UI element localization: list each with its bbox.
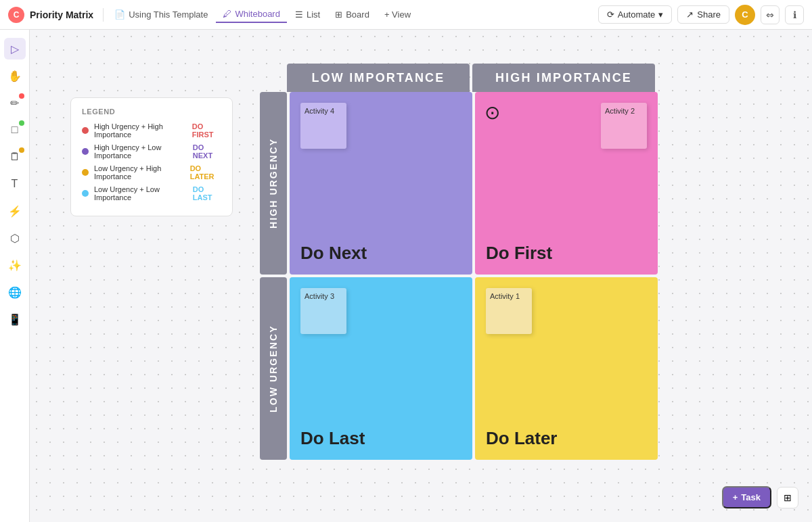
activity-1-sticky[interactable]: Activity 1 <box>486 288 532 334</box>
fit-screen-icon: ⇔ <box>766 9 774 20</box>
col-header-low-importance: LOW IMPORTANCE <box>287 64 470 92</box>
do-last-label: Do Last <box>300 428 365 449</box>
fit-screen-button[interactable]: ⇔ <box>761 5 780 24</box>
tool-cursor[interactable]: ▷ <box>4 38 26 60</box>
legend-panel: LEGEND High Urgency + High Importance DO… <box>70 97 233 216</box>
legend-label-3: Low Urgency + Low Importance <box>94 185 186 201</box>
toolbar-sidebar: ▷ ✋ ✏ □ 🗒 T ⚡ ⬡ ✨ 🌐 <box>0 30 30 522</box>
legend-item-1: High Urgency + Low Importance DO NEXT <box>82 143 221 160</box>
header-right: ⟳ Automate ▾ ↗ Share C ⇔ ℹ <box>598 5 804 25</box>
cursor-icon: ▷ <box>11 43 19 55</box>
legend-title: LEGEND <box>82 108 221 116</box>
tool-shape[interactable]: □ <box>4 119 26 141</box>
info-button[interactable]: ℹ <box>785 5 804 24</box>
do-later-label: Do Later <box>486 428 557 449</box>
tool-magic[interactable]: ✨ <box>4 254 26 276</box>
priority-matrix: LOW IMPORTANCE HIGH IMPORTANCE HIGH URGE… <box>260 64 693 460</box>
page-title: Priority Matrix <box>30 9 93 20</box>
plus-icon: + <box>733 492 738 502</box>
share-icon: ↗ <box>686 9 694 20</box>
header-divider <box>103 8 104 22</box>
row-high-urgency: HIGH URGENCY Activity 4 Do Next ⊙ Activi… <box>260 92 693 275</box>
tool-hand[interactable]: ✋ <box>4 65 26 87</box>
quadrant-do-later[interactable]: Activity 1 Do Later <box>475 277 658 460</box>
text-icon: T <box>12 178 18 190</box>
grid-view-button[interactable]: ⊞ <box>777 487 798 508</box>
legend-item-0: High Urgency + High Importance DO FIRST <box>82 122 221 139</box>
nav-item-view[interactable]: + View <box>378 7 418 22</box>
row-label-low-urgency: LOW URGENCY <box>260 277 287 460</box>
tool-sticky[interactable]: 🗒 <box>4 146 26 168</box>
automate-button[interactable]: ⟳ Automate ▾ <box>598 5 673 24</box>
header: C Priority Matrix 📄 Using This Template … <box>0 0 812 30</box>
template-icon: 📄 <box>114 9 125 20</box>
main: ▷ ✋ ✏ □ 🗒 T ⚡ ⬡ ✨ 🌐 <box>0 30 812 522</box>
highlight-icon: ⚡ <box>8 205 22 218</box>
legend-dot-2 <box>82 169 89 176</box>
sticky-icon: 🗒 <box>9 151 20 163</box>
legend-label-2: Low Urgency + High Importance <box>94 164 183 181</box>
legend-dot-0 <box>82 127 89 134</box>
magic-icon: ✨ <box>8 259 22 272</box>
add-task-button[interactable]: + Task <box>722 486 771 508</box>
legend-dot-3 <box>82 190 89 197</box>
tool-globe[interactable]: 🌐 <box>4 281 26 303</box>
legend-item-2: Low Urgency + High Importance DO LATER <box>82 164 221 181</box>
legend-label-0: High Urgency + High Importance <box>94 122 185 139</box>
activity-2-sticky[interactable]: Activity 2 <box>601 103 647 149</box>
board-icon: ⊞ <box>335 9 342 20</box>
activity-3-sticky[interactable]: Activity 3 <box>300 288 346 334</box>
nav-item-template[interactable]: 📄 Using This Template <box>108 7 215 22</box>
legend-badge-3: DO LAST <box>193 185 221 201</box>
warning-icon: ⊙ <box>484 101 500 124</box>
pen-icon: ✏ <box>10 97 19 110</box>
legend-dot-1 <box>82 148 89 155</box>
whiteboard-icon: 🖊 <box>223 9 231 19</box>
shape-color-dot <box>19 120 24 126</box>
app-logo: C <box>8 7 24 23</box>
row-low-urgency: LOW URGENCY Activity 3 Do Last Activity … <box>260 277 693 460</box>
pen-color-dot <box>19 93 24 99</box>
automate-icon: ⟳ <box>607 9 614 20</box>
avatar: C <box>735 5 755 25</box>
nav-item-board[interactable]: ⊞ Board <box>328 7 376 22</box>
header-nav: 📄 Using This Template 🖊 Whiteboard ☰ Lis… <box>108 6 418 23</box>
mindmap-icon: ⬡ <box>10 232 20 245</box>
globe-icon: 🌐 <box>8 286 22 299</box>
matrix-rows: HIGH URGENCY Activity 4 Do Next ⊙ Activi… <box>260 92 693 460</box>
legend-badge-0: DO FIRST <box>192 122 221 139</box>
nav-item-whiteboard[interactable]: 🖊 Whiteboard <box>216 6 286 23</box>
do-next-label: Do Next <box>300 243 367 264</box>
bottom-right-actions: + Task ⊞ <box>722 486 798 508</box>
list-icon: ☰ <box>295 9 303 20</box>
share-button[interactable]: ↗ Share <box>677 5 729 24</box>
quadrant-do-next[interactable]: Activity 4 Do Next <box>290 92 472 275</box>
legend-badge-2: DO LATER <box>190 164 221 181</box>
quadrant-do-first[interactable]: ⊙ Activity 2 Do First <box>475 92 658 275</box>
row-label-high-urgency: HIGH URGENCY <box>260 92 287 275</box>
sticky-color-dot <box>19 147 24 153</box>
legend-badge-1: DO NEXT <box>193 143 221 160</box>
legend-item-3: Low Urgency + Low Importance DO LAST <box>82 185 221 201</box>
automate-chevron-icon: ▾ <box>658 9 663 20</box>
do-first-label: Do First <box>486 243 552 264</box>
grid-icon: ⊞ <box>784 492 792 503</box>
info-icon: ℹ <box>793 9 796 20</box>
col-header-high-importance: HIGH IMPORTANCE <box>472 64 655 92</box>
canvas[interactable]: LEGEND High Urgency + High Importance DO… <box>30 30 812 522</box>
tool-highlight[interactable]: ⚡ <box>4 200 26 222</box>
apps-icon: 📱 <box>8 313 22 326</box>
tool-mindmap[interactable]: ⬡ <box>4 227 26 249</box>
hand-icon: ✋ <box>8 70 22 82</box>
column-headers: LOW IMPORTANCE HIGH IMPORTANCE <box>287 64 693 92</box>
shape-icon: □ <box>12 124 18 136</box>
nav-item-list[interactable]: ☰ List <box>288 7 327 22</box>
activity-4-sticky[interactable]: Activity 4 <box>300 103 346 149</box>
tool-text[interactable]: T <box>4 173 26 195</box>
tool-pen[interactable]: ✏ <box>4 92 26 114</box>
legend-label-1: High Urgency + Low Importance <box>94 143 186 160</box>
tool-apps[interactable]: 📱 <box>4 308 26 330</box>
quadrant-do-last[interactable]: Activity 3 Do Last <box>290 277 472 460</box>
